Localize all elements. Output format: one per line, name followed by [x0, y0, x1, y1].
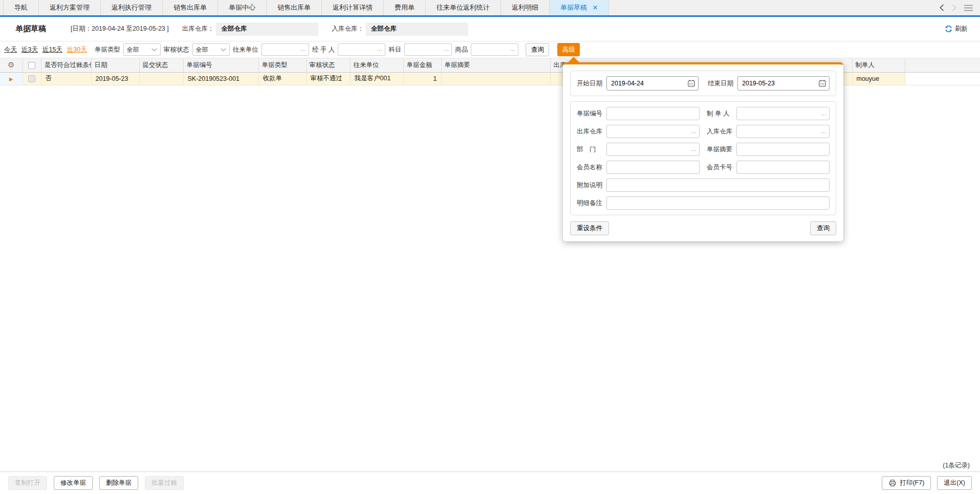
tab-label: 费用单 — [395, 3, 415, 12]
bottom-bar: 复制打开 修改单据 删除单据 批量过账 打印(F7) 退出(X) — [0, 471, 980, 494]
col-partner[interactable]: 往来单位 — [350, 58, 403, 72]
product-input-wrap: ⋯ — [471, 43, 518, 56]
in-warehouse-input[interactable] — [737, 125, 829, 138]
refresh-button[interactable]: 刷新 — [945, 25, 968, 33]
tab-rebate-detail[interactable]: 返利明细 — [501, 0, 550, 15]
doc-type-value: 全部 — [127, 46, 139, 54]
quick-filter-30days[interactable]: 近30天 — [67, 46, 87, 54]
member-name-input[interactable] — [607, 161, 699, 173]
advanced-search-popup: 开始日期 结束日期 — [563, 62, 843, 241]
member-name-label: 会员名称 — [577, 163, 606, 172]
out-warehouse-value[interactable]: 全部仓库 — [216, 23, 318, 36]
page-title: 单据草稿 — [15, 24, 46, 34]
copy-open-button[interactable]: 复制打开 — [8, 476, 47, 490]
exit-button[interactable]: 退出(X) — [937, 476, 972, 490]
tab-navigation[interactable]: 导航 — [3, 0, 39, 15]
select-all-checkbox[interactable] — [28, 62, 35, 69]
tab-doc-draft[interactable]: 单据草稿 ✕ — [550, 0, 609, 15]
in-warehouse-value[interactable]: 全部仓库 — [366, 23, 468, 36]
tab-doc-center[interactable]: 单据中心 — [218, 0, 267, 15]
quick-filter-3days[interactable]: 近3天 — [21, 46, 38, 54]
delete-doc-button[interactable]: 删除单据 — [99, 476, 138, 490]
detail-remark-input[interactable] — [607, 197, 829, 209]
cell-submit-status — [139, 72, 183, 85]
handler-input[interactable] — [338, 44, 385, 55]
maker-input[interactable] — [737, 107, 829, 120]
member-card-label: 会员卡号 — [707, 163, 736, 172]
quick-filter-today[interactable]: 今天 — [4, 46, 17, 54]
row-checkbox[interactable] — [28, 75, 35, 82]
out-warehouse-field-label: 出库仓库 — [577, 127, 606, 136]
member-card-input[interactable] — [737, 161, 829, 173]
tab-rebate-calc-detail[interactable]: 返利计算详情 — [322, 0, 384, 15]
quick-filter-15days[interactable]: 近15天 — [42, 46, 62, 54]
summary-field-label: 单据摘要 — [707, 145, 736, 154]
partner-input[interactable] — [262, 44, 309, 55]
detail-remark-label: 明细备注 — [577, 199, 606, 208]
calendar-icon[interactable] — [818, 79, 826, 87]
col-summary[interactable]: 单据摘要 — [441, 58, 550, 72]
tab-sales-outbound-1[interactable]: 销售出库单 — [163, 0, 218, 15]
tab-label: 返利执行管理 — [112, 3, 151, 12]
modify-doc-button[interactable]: 修改单据 — [54, 476, 93, 490]
tab-label: 返利方案管理 — [50, 3, 90, 12]
start-date-wrap — [606, 76, 699, 91]
tab-expense[interactable]: 费用单 — [384, 0, 426, 15]
department-label: 部 门 — [577, 145, 606, 154]
extra-note-input[interactable] — [607, 179, 829, 191]
cell-audit-status: 审核不通过 — [306, 72, 350, 85]
start-date-input[interactable] — [607, 77, 698, 90]
gear-icon[interactable]: ⚙ — [8, 60, 14, 69]
tab-label: 往来单位返利统计 — [437, 3, 490, 12]
tab-sales-outbound-2[interactable]: 销售出库单 — [267, 0, 322, 15]
department-input[interactable] — [607, 143, 699, 155]
row-pointer-icon: ▶ — [9, 76, 13, 82]
col-doc-type[interactable]: 单据类型 — [258, 58, 306, 72]
close-icon[interactable]: ✕ — [593, 5, 598, 11]
chevron-down-icon — [151, 48, 157, 52]
doc-no-input[interactable] — [607, 107, 699, 120]
record-count: (1条记录) — [0, 460, 980, 471]
col-maker[interactable]: 制单人 — [852, 58, 905, 72]
col-doc-no[interactable]: 单据编号 — [183, 58, 258, 72]
end-date-label: 结束日期 — [708, 79, 737, 88]
reset-conditions-button[interactable]: 重设条件 — [570, 221, 609, 235]
tab-rebate-plan-mgmt[interactable]: 返利方案管理 — [39, 0, 101, 15]
out-warehouse-input[interactable] — [607, 125, 699, 138]
audit-status-select[interactable]: 全部 — [192, 43, 230, 56]
end-date-wrap — [737, 76, 830, 91]
cell-doc-type: 收款单 — [258, 72, 306, 85]
col-amount[interactable]: 单据金额 — [403, 58, 441, 72]
advanced-button[interactable]: 高级 — [557, 43, 580, 56]
subject-label: 科目 — [388, 46, 401, 54]
popup-query-button[interactable]: 查询 — [810, 221, 836, 235]
query-button[interactable]: 查询 — [526, 43, 549, 56]
col-audit-status[interactable]: 审核状态 — [306, 58, 350, 72]
forward-icon[interactable] — [952, 4, 956, 11]
doc-type-select[interactable]: 全部 — [123, 43, 161, 56]
print-button[interactable]: 打印(F7) — [882, 476, 931, 490]
col-pass-check[interactable]: 是否符合过账条件 — [41, 58, 91, 72]
cell-date: 2019-05-23 — [91, 72, 139, 85]
doc-type-label: 单据类型 — [95, 46, 120, 54]
summary-input[interactable] — [737, 143, 829, 155]
subject-input[interactable] — [405, 44, 451, 55]
refresh-label: 刷新 — [955, 25, 968, 33]
calendar-icon[interactable] — [687, 79, 695, 87]
col-date[interactable]: 日期 — [91, 58, 139, 72]
col-filler — [905, 58, 980, 72]
printer-icon — [888, 479, 897, 487]
tab-partner-rebate-stats[interactable]: 往来单位返利统计 — [426, 0, 501, 15]
subject-input-wrap: ⋯ — [404, 43, 452, 56]
print-label: 打印(F7) — [900, 479, 924, 487]
col-submit-status[interactable]: 提交状态 — [139, 58, 183, 72]
tab-rebate-exec-mgmt[interactable]: 返利执行管理 — [101, 0, 163, 15]
batch-post-button[interactable]: 批量过账 — [145, 476, 184, 490]
tab-list-icon[interactable] — [964, 5, 973, 11]
tab-label: 导航 — [14, 3, 28, 12]
date-range-group: 开始日期 结束日期 — [570, 71, 836, 96]
end-date-input[interactable] — [738, 77, 829, 90]
product-label: 商品 — [455, 46, 468, 54]
back-icon[interactable] — [940, 4, 944, 11]
product-input[interactable] — [471, 44, 518, 55]
